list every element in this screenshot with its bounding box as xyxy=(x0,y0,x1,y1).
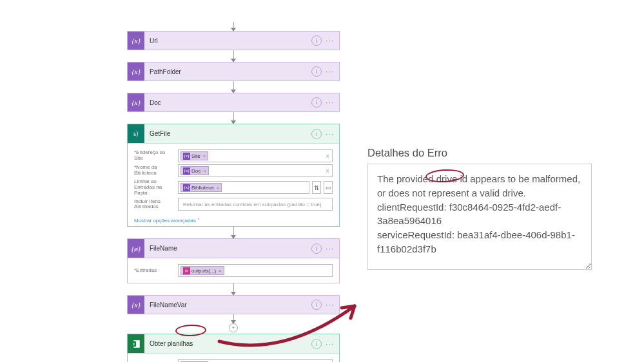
variable-icon: {x} xyxy=(183,167,190,175)
token-doc[interactable]: {x}Doc× xyxy=(181,166,209,175)
clear-icon[interactable]: × xyxy=(326,167,329,175)
connector-arrow xyxy=(233,227,234,238)
variable-icon: {x} xyxy=(128,62,144,81)
variable-icon: {x} xyxy=(183,153,190,160)
card-header[interactable]: x Obter planilhas i ··· xyxy=(128,334,339,354)
connector-arrow xyxy=(233,314,234,323)
connector-arrow xyxy=(233,22,234,31)
info-icon[interactable]: i xyxy=(311,339,322,349)
error-highlight: drive id xyxy=(436,173,467,184)
error-heading: Detalhes do Erro xyxy=(367,147,447,159)
card-title: Obter planilhas xyxy=(144,340,311,347)
connector-arrow xyxy=(233,112,234,124)
token-site[interactable]: {x}Site× xyxy=(181,151,208,160)
close-icon[interactable]: × xyxy=(219,268,222,274)
connector-arrow xyxy=(233,283,234,295)
info-icon[interactable]: i xyxy=(311,129,322,139)
menu-icon[interactable]: ··· xyxy=(326,300,339,309)
step-title: Doc xyxy=(144,99,311,106)
card-title: FileName xyxy=(144,245,311,252)
variable-icon: {x} xyxy=(128,93,144,111)
variable-icon: {x} xyxy=(183,184,190,191)
input-entradas[interactable]: fxoutputs(...)× xyxy=(178,264,333,277)
card-obter-planilhas: x Obter planilhas i ··· *Localização {x}… xyxy=(127,334,340,362)
step-url[interactable]: {x} Url i ··· xyxy=(127,31,340,50)
card-getfile: s⟩ GetFile i ··· *Endereço do Site {x}Si… xyxy=(127,124,340,227)
close-icon[interactable]: × xyxy=(203,168,206,174)
show-advanced-link[interactable]: Mostrar opções avançadas ˅ xyxy=(128,216,339,226)
sort-icon[interactable] xyxy=(312,181,321,194)
error-text: appears to be xyxy=(467,173,529,184)
step-title: PathFolder xyxy=(144,68,311,75)
info-icon[interactable]: i xyxy=(311,66,322,77)
menu-icon[interactable]: ··· xyxy=(326,36,339,45)
error-text: clientRequestId: f30c8464-0925-4fd2-aedf… xyxy=(377,202,561,227)
step-title: FileNameVar xyxy=(144,301,311,309)
folder-picker-icon[interactable]: ▭ xyxy=(324,181,333,194)
data-op-icon: {ø} xyxy=(128,239,144,258)
close-icon[interactable]: × xyxy=(203,153,206,159)
input-limit[interactable]: {x}Biblioteca× xyxy=(178,181,309,194)
error-text: The provided xyxy=(377,173,436,184)
step-pathfolder[interactable]: {x} PathFolder i ··· xyxy=(127,62,340,81)
menu-icon[interactable]: ··· xyxy=(326,67,339,76)
resize-grip-icon[interactable]: ⋰ xyxy=(583,262,590,268)
menu-icon[interactable]: ··· xyxy=(326,98,339,107)
menu-icon[interactable]: ··· xyxy=(326,244,339,253)
token-biblioteca[interactable]: {x}Biblioteca× xyxy=(181,183,222,192)
add-step-icon[interactable]: + xyxy=(229,323,238,332)
card-title: GetFile xyxy=(144,130,311,137)
info-icon[interactable]: i xyxy=(311,300,322,310)
placeholder-text: Retornar as entradas contidas em subpast… xyxy=(181,202,324,207)
card-filename: {ø} FileName i ··· *Entradas fxoutputs(.… xyxy=(127,238,340,283)
card-header[interactable]: {ø} FileName i ··· xyxy=(128,239,339,258)
field-label-limit: Limitar as Entradas na Pasta xyxy=(134,179,175,196)
input-localizacao[interactable]: {x}Site× × xyxy=(178,359,333,362)
token-outputs[interactable]: fxoutputs(...)× xyxy=(181,266,224,275)
info-icon[interactable]: i xyxy=(311,243,322,254)
step-filenamevar[interactable]: {x} FileNameVar i ··· xyxy=(127,295,340,314)
flow-column: {x} Url i ··· {x} PathFolder i ··· {x} D… xyxy=(127,22,340,362)
connector-arrow xyxy=(233,81,234,93)
fx-icon: fx xyxy=(183,267,190,274)
card-body: *Endereço do Site {x}Site× × *Nome da Bi… xyxy=(128,144,339,216)
variable-icon: {x} xyxy=(128,296,144,314)
variable-icon: {x} xyxy=(128,32,144,50)
input-site[interactable]: {x}Site× × xyxy=(178,149,333,162)
field-label-lib: *Nome da Biblioteca xyxy=(134,165,175,176)
error-text: serviceRequestId: bea31af4-dbee-406d-98b… xyxy=(377,229,575,254)
step-title: Url xyxy=(144,37,311,44)
field-label-nested: Incluir Itens Aninhados xyxy=(134,199,175,211)
card-header[interactable]: s⟩ GetFile i ··· xyxy=(128,124,339,144)
step-doc[interactable]: {x} Doc i ··· xyxy=(127,93,340,112)
clear-icon[interactable]: × xyxy=(326,153,329,160)
menu-icon[interactable]: ··· xyxy=(326,129,339,138)
menu-icon[interactable]: ··· xyxy=(326,339,339,348)
excel-icon: x xyxy=(128,334,144,353)
info-icon[interactable]: i xyxy=(311,35,322,46)
input-lib[interactable]: {x}Doc× × xyxy=(178,164,333,177)
field-label-site: *Endereço do Site xyxy=(134,150,175,162)
connector-arrow xyxy=(233,50,234,62)
close-icon[interactable]: × xyxy=(217,185,220,191)
svg-text:x: x xyxy=(133,342,135,346)
info-icon[interactable]: i xyxy=(311,97,322,108)
field-label-entradas: *Entradas xyxy=(134,268,175,274)
input-nested[interactable]: Retornar as entradas contidas em subpast… xyxy=(178,198,333,211)
sharepoint-icon: s⟩ xyxy=(128,124,144,143)
error-panel: The provided drive id appears to be malf… xyxy=(367,164,592,270)
